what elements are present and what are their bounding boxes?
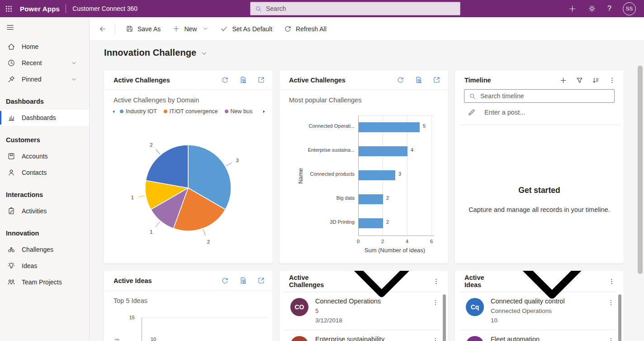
more-icon[interactable]	[607, 299, 615, 306]
report-icon[interactable]	[239, 76, 247, 84]
new-dropdown-chevron-icon[interactable]	[203, 26, 208, 32]
list-item[interactable]: COConnected Operations53/12/2018	[284, 292, 440, 330]
sidebar-item-contacts[interactable]: Contacts	[0, 164, 89, 181]
record-subtitle: Connected Operations	[491, 306, 601, 316]
more-icon[interactable]	[608, 278, 616, 285]
chevron-down-icon[interactable]	[71, 60, 77, 66]
add-icon[interactable]	[559, 77, 567, 84]
record-avatar: F	[466, 336, 484, 341]
save-as-button[interactable]: Save As	[120, 21, 166, 37]
quick-create-button[interactable]	[568, 5, 577, 13]
search-placeholder: Search	[266, 5, 286, 12]
y-axis-line	[142, 317, 142, 341]
more-icon[interactable]	[432, 337, 439, 341]
topbar-actions: ? SS	[568, 2, 644, 15]
legend-prev-icon[interactable]	[111, 109, 116, 114]
list-scrollbar[interactable]	[618, 294, 621, 341]
back-button[interactable]	[95, 21, 110, 37]
popout-icon[interactable]	[257, 76, 265, 84]
chevron-down-icon[interactable]	[71, 77, 77, 82]
card-actions	[608, 278, 616, 285]
dashboard-selector[interactable]: Innovation Challenge	[104, 46, 644, 59]
gear-icon	[588, 5, 596, 13]
card-active-challenges-pie: Active Challenges Active Challenges by D…	[104, 70, 273, 264]
pie-data-label: 3	[236, 158, 239, 163]
report-icon[interactable]	[239, 277, 247, 284]
sidebar-item-dashboards[interactable]: Dashboards	[0, 110, 89, 126]
refresh-icon[interactable]	[221, 76, 229, 84]
sidebar-item-home[interactable]: Home	[0, 38, 89, 55]
top-app-bar: Power Apps Customer Connect 360 Search ?…	[0, 0, 644, 17]
x-axis-line	[358, 235, 434, 236]
card-actions	[221, 277, 265, 284]
set-as-default-button[interactable]: Set As Default	[214, 21, 278, 37]
challenges-icon	[7, 245, 15, 254]
sidebar-item-label: Accounts	[22, 153, 48, 160]
gridline	[431, 115, 432, 235]
card-title: Active Ideas	[464, 274, 496, 288]
timeline-search-box[interactable]: Search timeline	[464, 89, 615, 103]
timeline-search-placeholder: Search timeline	[480, 92, 524, 100]
card-title: Timeline	[464, 77, 491, 84]
app-context-title[interactable]: Customer Connect 360	[72, 5, 137, 12]
sidebar-item-pinned[interactable]: Pinned	[0, 71, 89, 87]
category-label: Connected Operati...	[292, 123, 355, 129]
sidebar-item-team-projects[interactable]: Team Projects	[0, 274, 89, 290]
sidebar-item-label: Recent	[22, 59, 42, 67]
pie-callout-line	[156, 221, 160, 226]
sidebar-group-dashboards: Dashboards	[0, 93, 89, 110]
pie-callout-line	[156, 149, 160, 154]
refresh-all-button[interactable]: Refresh All	[278, 21, 332, 37]
bar	[359, 146, 407, 156]
new-button[interactable]: New	[166, 21, 214, 37]
value-label: 3	[398, 171, 401, 177]
sidebar-item-label: Team Projects	[22, 279, 62, 286]
sidebar-item-accounts[interactable]: Accounts	[0, 148, 89, 164]
legend-label: Industry IOT	[126, 108, 157, 115]
value-label: 2	[386, 195, 389, 201]
legend-item: Industry IOT	[120, 108, 157, 115]
sidebar-item-ideas[interactable]: Ideas	[0, 258, 89, 274]
page-scrollbar[interactable]	[638, 66, 643, 274]
settings-button[interactable]	[588, 5, 596, 13]
new-plus-icon	[172, 25, 180, 33]
legend-next-icon[interactable]	[261, 109, 266, 114]
sidebar-group-interactions: Interactions	[0, 187, 89, 203]
search-icon	[469, 93, 476, 100]
hamburger-menu-button[interactable]	[0, 17, 89, 37]
new-label: New	[184, 25, 197, 33]
record-text: Connected Operations53/12/2018	[315, 296, 425, 326]
activities-icon	[7, 207, 15, 215]
more-icon[interactable]	[608, 77, 616, 84]
back-arrow-icon	[99, 25, 107, 33]
refresh-icon[interactable]	[221, 277, 229, 284]
list-item[interactable]: CqConnected quality controlConnected Ope…	[459, 292, 616, 330]
legend-label: IT/OT convergence	[170, 108, 218, 115]
sort-icon[interactable]	[592, 77, 600, 84]
app-name[interactable]: Power Apps	[20, 5, 60, 13]
list-scrollbar[interactable]	[443, 294, 446, 341]
more-icon[interactable]	[432, 299, 439, 306]
x-tick-label: 0	[354, 239, 363, 244]
timeline-post-input[interactable]: Enter a post...	[468, 108, 525, 116]
more-icon[interactable]	[432, 278, 440, 285]
avatar[interactable]: SS	[623, 2, 636, 15]
value-label: 2	[386, 219, 389, 225]
timeline-empty-title: Get started	[455, 186, 624, 195]
filter-icon[interactable]	[576, 77, 583, 84]
more-icon[interactable]	[607, 337, 615, 341]
record-subtitle: 3/12/2018	[315, 316, 425, 325]
pin-icon	[7, 75, 15, 83]
global-search-box[interactable]: Search	[250, 2, 460, 15]
sidebar-item-recent[interactable]: Recent	[0, 55, 89, 71]
sidebar-item-activities[interactable]: Activities	[0, 203, 89, 219]
help-button[interactable]: ?	[607, 5, 611, 13]
pencil-icon	[468, 108, 476, 116]
x-axis-title: Sum (Number of ideas)	[358, 247, 431, 254]
clock-icon	[7, 59, 15, 67]
legend-dot	[120, 110, 123, 113]
sidebar-item-challenges[interactable]: Challenges	[0, 241, 89, 258]
waffle-icon[interactable]	[0, 0, 17, 17]
card-active-challenges-bar: Active Challenges Most popular Challenge…	[279, 70, 448, 264]
popout-icon[interactable]	[257, 277, 265, 284]
